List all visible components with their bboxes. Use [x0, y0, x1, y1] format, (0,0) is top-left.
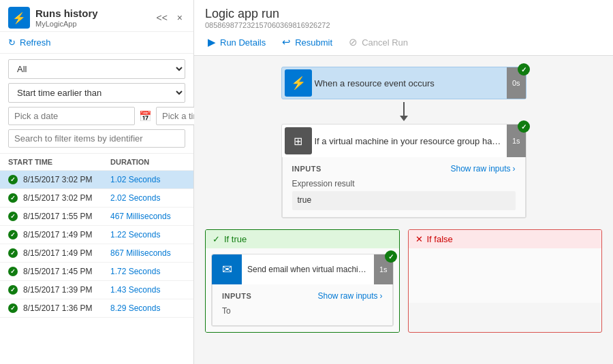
start-time-header: START TIME [8, 158, 110, 166]
run-status-dot [8, 267, 18, 276]
cancel-icon: ⊘ [349, 36, 358, 48]
trigger-label: When a resource event occurs [315, 78, 507, 88]
send-email-show-raw-label: Show raw inputs [317, 291, 377, 301]
trigger-icon-box: ⚡ [282, 67, 315, 99]
send-email-icon: ✉ [212, 254, 242, 284]
send-email-inputs-panel: INPUTS Show raw inputs › To [212, 284, 393, 326]
condition-success-badge: ✓ [518, 120, 530, 133]
cancel-label: Cancel Run [362, 37, 408, 48]
run-status-dot [8, 230, 18, 239]
branch-true: ✓ If true ✉ Send email when virtual mach… [205, 229, 400, 333]
arrow-1 [403, 102, 405, 116]
condition-inputs-title: INPUTS [292, 165, 321, 173]
close-sidebar-button[interactable]: × [174, 11, 185, 24]
calendar-icon[interactable]: 📅 [139, 110, 152, 122]
branch-true-header: ✓ If true [206, 230, 399, 248]
branch-false-header: ✕ If false [409, 230, 602, 248]
cancel-run-button[interactable]: ⊘ Cancel Run [346, 35, 411, 50]
run-row[interactable]: 8/15/2017 1:36 PM8.29 Seconds [0, 299, 193, 318]
condition-header: ⊞ If a virtual machine in your resource … [282, 125, 526, 157]
run-details-button[interactable]: ▶ Run Details [205, 35, 268, 50]
sidebar-actions: << × [153, 11, 185, 24]
main-panel: Logic app run 08586987723215706036981692… [194, 0, 613, 364]
run-time: 8/15/2017 3:02 PM [19, 193, 110, 203]
arrow-down-1 [403, 102, 405, 116]
condition-show-raw-button[interactable]: Show raw inputs › [450, 164, 515, 173]
condition-show-raw-label: Show raw inputs [450, 164, 510, 173]
canvas: ⚡ When a resource event occurs 0s ✓ ⊞ If… [194, 56, 613, 364]
time-filter[interactable]: Start time earlier than [8, 83, 185, 103]
run-status-dot [8, 303, 18, 313]
status-filter[interactable]: All [8, 59, 185, 79]
branch-false-label: If false [427, 234, 453, 244]
collapse-button[interactable]: << [153, 11, 170, 24]
runs-table-header: START TIME DURATION [0, 154, 193, 171]
send-email-success-badge: ✓ [385, 250, 397, 263]
run-time: 8/15/2017 1:36 PM [19, 303, 110, 313]
run-row[interactable]: 8/15/2017 1:55 PM467 Milliseconds [0, 208, 193, 226]
condition-inputs-header: INPUTS Show raw inputs › [292, 164, 516, 173]
condition-icon-box: ⊞ [282, 125, 315, 157]
run-time: 8/15/2017 1:49 PM [19, 230, 110, 239]
run-time: 8/15/2017 1:45 PM [19, 267, 110, 276]
run-duration: 8.29 Seconds [110, 303, 185, 313]
app-icon: ⚡ [8, 7, 30, 29]
run-time: 8/15/2017 1:39 PM [19, 285, 110, 295]
duration-header: DURATION [110, 158, 185, 166]
chevron-right-icon: › [513, 164, 516, 173]
sidebar-title-text: Runs history MyLogicApp [35, 7, 98, 28]
runs-table: 8/15/2017 3:02 PM1.02 Seconds8/15/2017 3… [0, 171, 193, 364]
run-row[interactable]: 8/15/2017 1:49 PM867 Milliseconds [0, 244, 193, 263]
main-subtitle: 085869877232157060369816926272 [205, 21, 602, 29]
refresh-label: Refresh [20, 37, 51, 48]
branches: ✓ If true ✉ Send email when virtual mach… [205, 229, 602, 333]
main-header: Logic app run 08586987723215706036981692… [194, 0, 613, 56]
resubmit-button[interactable]: ↩ Resubmit [279, 35, 335, 50]
sidebar-header: ⚡ Runs history MyLogicApp << × [0, 0, 193, 32]
run-time: 8/15/2017 1:49 PM [19, 248, 110, 258]
run-duration: 867 Milliseconds [110, 248, 185, 258]
branch-false: ✕ If false [408, 229, 603, 333]
expression-label: Expression result [292, 179, 516, 188]
run-time: 8/15/2017 1:55 PM [19, 212, 110, 221]
send-email-node[interactable]: ✉ Send email when virtual machine updat.… [211, 254, 394, 327]
run-duration: 1.22 Seconds [110, 230, 185, 239]
main-title: Logic app run [205, 7, 602, 21]
run-duration: 1.43 Seconds [110, 285, 185, 295]
date-input[interactable] [8, 107, 135, 125]
to-label: To [222, 306, 383, 316]
send-chevron-right-icon: › [380, 291, 383, 301]
condition-node[interactable]: ⊞ If a virtual machine in your resource … [281, 124, 526, 218]
run-row[interactable]: 8/15/2017 3:02 PM2.02 Seconds [0, 189, 193, 208]
trigger-node[interactable]: ⚡ When a resource event occurs 0s ✓ [281, 67, 526, 99]
main-toolbar: ▶ Run Details ↩ Resubmit ⊘ Cancel Run [205, 35, 602, 55]
run-status-dot [8, 175, 18, 184]
x-icon: ✕ [415, 234, 423, 244]
refresh-button[interactable]: ↻ Refresh [0, 32, 193, 54]
send-email-label: Send email when virtual machine updat... [242, 265, 374, 274]
run-duration: 1.02 Seconds [110, 175, 185, 184]
run-status-dot [8, 285, 18, 295]
send-email-header: ✉ Send email when virtual machine updat.… [212, 254, 393, 284]
branch-true-content: ✉ Send email when virtual machine updat.… [206, 248, 399, 332]
branch-false-content [409, 248, 602, 303]
run-time: 8/15/2017 3:02 PM [19, 175, 110, 184]
run-status-dot [8, 212, 18, 221]
search-input[interactable] [8, 129, 185, 148]
refresh-icon: ↻ [8, 37, 16, 48]
run-row[interactable]: 8/15/2017 1:49 PM1.22 Seconds [0, 226, 193, 244]
run-row[interactable]: 8/15/2017 3:02 PM1.02 Seconds [0, 171, 193, 189]
run-duration: 467 Milliseconds [110, 212, 185, 221]
condition-icon: ⊞ [285, 127, 312, 154]
resubmit-icon: ↩ [282, 36, 291, 48]
sidebar-filters: All Start time earlier than 📅 [0, 54, 193, 154]
run-row[interactable]: 8/15/2017 1:45 PM1.72 Seconds [0, 263, 193, 281]
run-details-label: Run Details [220, 37, 266, 48]
date-row: 📅 [8, 107, 185, 125]
sidebar-subtitle: MyLogicApp [35, 20, 98, 28]
send-email-show-raw-button[interactable]: Show raw inputs › [317, 291, 382, 301]
send-email-inputs-header: INPUTS Show raw inputs › [222, 291, 383, 301]
run-row[interactable]: 8/15/2017 1:39 PM1.43 Seconds [0, 281, 193, 299]
branch-true-label: If true [224, 234, 247, 244]
condition-inputs-panel: INPUTS Show raw inputs › Expression resu… [282, 157, 526, 218]
